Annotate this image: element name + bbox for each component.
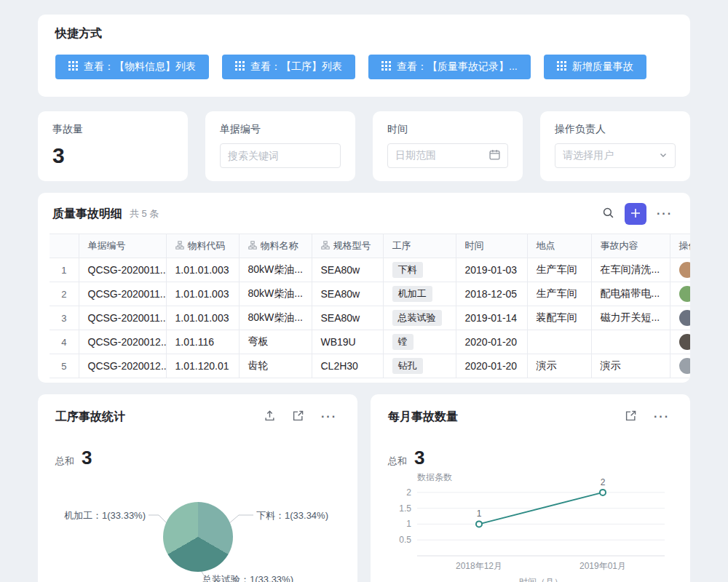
cell-place: 演示 bbox=[527, 354, 591, 378]
pie-card-header: 工序事故统计 ··· bbox=[55, 407, 340, 426]
cell-doc: QCSG-2020012... bbox=[79, 330, 166, 354]
pie-export-button[interactable] bbox=[261, 407, 278, 426]
accident-table-card: 质量事故明细 共 5 条 ··· 单据编号物料代码物料名称规格型号工序时间地点事… bbox=[38, 193, 690, 383]
cell-row-number: 1 bbox=[50, 258, 79, 282]
cell-spec: WB19U bbox=[312, 330, 383, 354]
column-header-code[interactable]: 物料代码 bbox=[166, 234, 239, 258]
cell-avatar bbox=[670, 258, 690, 282]
doc-no-label: 单据编号 bbox=[220, 123, 341, 136]
grid-icon bbox=[68, 61, 78, 73]
doc-no-search-input[interactable] bbox=[220, 143, 341, 168]
column-header-content[interactable]: 事故内容 bbox=[591, 234, 670, 258]
cell-process: 总装试验 bbox=[383, 306, 456, 330]
table-wrap: 单据编号物料代码物料名称规格型号工序时间地点事故内容操作负责人1QCSG-202… bbox=[38, 234, 690, 378]
add-record-button[interactable] bbox=[625, 203, 646, 225]
cell-spec: SEA80w bbox=[312, 258, 383, 282]
cell-row-number: 3 bbox=[50, 306, 79, 330]
pie-slice-label-left: 机加工：1(33.33%) bbox=[55, 509, 146, 522]
sitemap-icon bbox=[321, 241, 330, 252]
line-open-button[interactable] bbox=[622, 407, 639, 426]
svg-text:2: 2 bbox=[406, 487, 411, 498]
table-row[interactable]: 4QCSG-2020012...1.01.116弯板WB19U镗2020-01-… bbox=[50, 330, 690, 354]
cell-place: 装配车间 bbox=[527, 306, 591, 330]
external-link-icon bbox=[293, 410, 304, 423]
cell-date: 2019-01-14 bbox=[456, 306, 527, 330]
cell-date: 2018-12-05 bbox=[456, 282, 527, 306]
cell-process: 钻孔 bbox=[383, 354, 456, 378]
shortcut-button-2[interactable]: 查看：【工序】列表 bbox=[222, 55, 355, 79]
user-select-placeholder: 请选择用户 bbox=[563, 149, 614, 162]
monthly-line-card: 每月事故数量 ··· 总和 3 数据条数21.510.5122018年12月20… bbox=[371, 394, 690, 582]
cell-avatar bbox=[670, 282, 690, 306]
cell-date: 2019-01-03 bbox=[456, 258, 527, 282]
table-more-button[interactable]: ··· bbox=[654, 205, 676, 223]
process-tag: 钻孔 bbox=[392, 358, 423, 374]
cell-process: 镗 bbox=[383, 330, 456, 354]
doc-no-filter-card: 单据编号 bbox=[205, 111, 355, 181]
avatar[interactable] bbox=[679, 262, 691, 278]
column-header-avatar[interactable]: 操作负责人 bbox=[670, 234, 690, 258]
column-header-date[interactable]: 时间 bbox=[456, 234, 527, 258]
avatar[interactable] bbox=[679, 334, 691, 350]
cell-row-number: 2 bbox=[50, 282, 79, 306]
grid-icon bbox=[235, 61, 245, 73]
pie-card-title: 工序事故统计 bbox=[55, 410, 250, 425]
accident-count-label: 事故量 bbox=[52, 123, 173, 136]
table-search-button[interactable] bbox=[599, 204, 617, 224]
cell-code: 1.01.01.003 bbox=[166, 306, 239, 330]
cell-code: 1.01.116 bbox=[166, 330, 239, 354]
pie-slice-label-bottom: 总装试验：1(33.33%) bbox=[202, 573, 293, 582]
pie-more-button[interactable]: ··· bbox=[318, 408, 340, 426]
column-header-process[interactable]: 工序 bbox=[383, 234, 456, 258]
user-select[interactable]: 请选择用户 bbox=[555, 143, 676, 168]
shortcut-button-label: 新增质量事故 bbox=[572, 60, 633, 73]
date-range-input[interactable]: 日期范围 bbox=[387, 143, 508, 168]
column-header-no[interactable] bbox=[50, 234, 79, 258]
table-row[interactable]: 2QCSG-2020011...1.01.01.00380kW柴油...SEA8… bbox=[50, 282, 690, 306]
line-total-row: 总和 3 bbox=[388, 447, 673, 469]
cell-name: 弯板 bbox=[239, 330, 312, 354]
accident-count-card: 事故量 3 bbox=[38, 111, 188, 181]
column-header-place[interactable]: 地点 bbox=[527, 234, 591, 258]
shortcut-button-label: 查看：【物料信息】列表 bbox=[84, 60, 196, 73]
process-tag: 镗 bbox=[392, 334, 414, 350]
table-header-bar: 质量事故明细 共 5 条 ··· bbox=[38, 203, 690, 234]
grid-icon bbox=[381, 61, 391, 73]
cell-name: 80kW柴油... bbox=[239, 306, 312, 330]
table-row[interactable]: 3QCSG-2020011...1.01.01.00380kW柴油...SEA8… bbox=[50, 306, 690, 330]
cell-spec: SEA80w bbox=[312, 306, 383, 330]
table-row[interactable]: 1QCSG-2020011...1.01.01.00380kW柴油...SEA8… bbox=[50, 258, 690, 282]
avatar[interactable] bbox=[679, 286, 691, 302]
pie-open-button[interactable] bbox=[290, 407, 306, 426]
avatar[interactable] bbox=[679, 310, 691, 326]
cell-row-number: 5 bbox=[50, 354, 79, 378]
svg-text:2: 2 bbox=[601, 477, 606, 487]
accident-table: 单据编号物料代码物料名称规格型号工序时间地点事故内容操作负责人1QCSG-202… bbox=[50, 234, 690, 378]
cell-row-number: 4 bbox=[50, 330, 79, 354]
accident-count-value: 3 bbox=[52, 143, 173, 168]
table-title: 质量事故明细 bbox=[52, 207, 122, 222]
cell-content: 配电箱带电... bbox=[591, 282, 670, 306]
pie-graphic[interactable] bbox=[163, 502, 233, 572]
cell-code: 1.01.120.01 bbox=[166, 354, 239, 378]
cell-doc: QCSG-2020011... bbox=[79, 282, 166, 306]
column-header-doc[interactable]: 单据编号 bbox=[79, 234, 166, 258]
column-header-spec[interactable]: 规格型号 bbox=[312, 234, 383, 258]
plus-icon bbox=[630, 208, 641, 220]
shortcut-button-1[interactable]: 查看：【物料信息】列表 bbox=[55, 55, 209, 79]
line-more-button[interactable]: ··· bbox=[651, 408, 673, 426]
shortcuts-title: 快捷方式 bbox=[55, 26, 673, 41]
sitemap-icon bbox=[175, 241, 184, 252]
process-tag: 总装试验 bbox=[392, 310, 442, 326]
svg-text:时间（月）: 时间（月） bbox=[519, 577, 563, 582]
avatar[interactable] bbox=[679, 358, 691, 374]
svg-text:0.5: 0.5 bbox=[399, 535, 411, 545]
line-card-header: 每月事故数量 ··· bbox=[388, 407, 673, 426]
shortcut-button-3[interactable]: 查看：【质量事故记录】... bbox=[368, 55, 531, 79]
column-header-name[interactable]: 物料名称 bbox=[239, 234, 312, 258]
cell-place: 生产车间 bbox=[527, 258, 591, 282]
cell-name: 80kW柴油... bbox=[239, 258, 312, 282]
shortcut-button-4[interactable]: 新增质量事故 bbox=[544, 55, 646, 79]
export-image-icon bbox=[264, 410, 275, 423]
table-row[interactable]: 5QCSG-2020012...1.01.120.01齿轮CL2H30钻孔202… bbox=[50, 354, 690, 378]
